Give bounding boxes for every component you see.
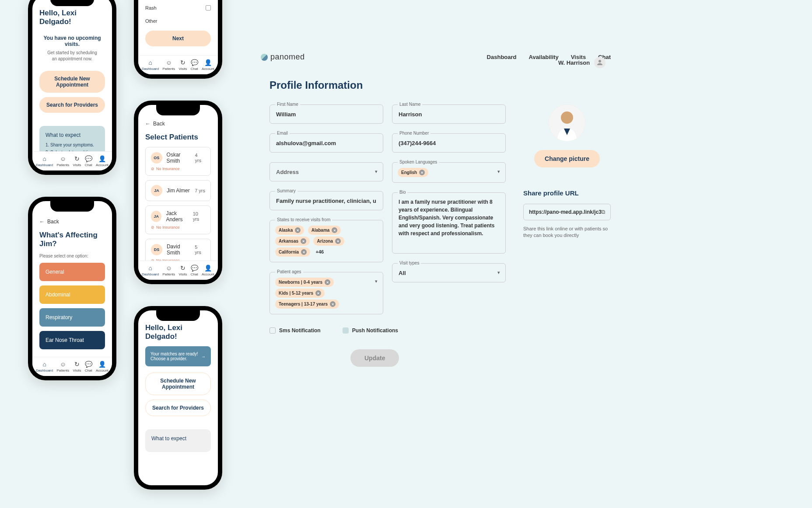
update-button[interactable]: Update [350,349,399,367]
first-name-input[interactable] [276,111,377,118]
nav-chat[interactable]: 💬Chat [191,264,198,276]
remove-tag-icon[interactable]: × [325,279,330,285]
patient-card[interactable]: JAJim Almer7 yrs [145,180,211,201]
nav-patients[interactable]: ☺Patients [56,155,69,167]
remove-tag-icon[interactable]: × [332,227,337,233]
nav-dashboard[interactable]: ⌂Dashboard [142,59,159,71]
schedule-appointment-button[interactable]: Schedule New Appointment [145,372,211,395]
greeting: Hello, Lexi Delgado! [145,324,211,341]
option-general[interactable]: General [39,263,105,281]
nav-patients[interactable]: ☺Patients [162,59,175,71]
nav-chat[interactable]: 💬Chat [85,361,92,372]
nav-chat[interactable]: 💬Chat [85,155,92,167]
change-picture-button[interactable]: Change picture [534,150,600,167]
age-tag: Teenagers | 13-17 years× [275,299,339,309]
state-tag: Arizona× [313,237,344,246]
visits-icon: ↻ [74,361,80,368]
nav-visits[interactable]: ↻Visits [179,59,187,71]
nav-visits[interactable]: ↻Visits [73,361,81,372]
nav-account[interactable]: 👤Account [96,155,108,167]
user-badge[interactable]: W. Harrison [558,57,606,68]
greeting: Hello, Lexi Delgado! [39,9,105,26]
user-name: W. Harrison [558,59,590,66]
nav-dashboard[interactable]: ⌂Dashboard [36,155,53,167]
nav-visits[interactable]: ↻Visits [73,155,81,167]
first-name-field[interactable]: First Name [270,104,383,124]
nav-dashboard[interactable]: ⌂Dashboard [36,361,53,372]
option-respiratory[interactable]: Respiratory [39,308,105,327]
state-tag: Alaska× [275,226,304,235]
patient-card[interactable]: DSDavid Smith5 yrs ⊘No Insurance [145,239,211,261]
back-button[interactable]: ←Back [145,121,211,127]
bio-text[interactable]: I am a family nurse practitioner with 8 … [399,198,499,237]
matches-ready-banner[interactable]: Your matches are ready! Choose a provide… [145,346,211,366]
phone-field[interactable]: Phone Number [392,133,506,153]
what-to-expect-box: What to expect [145,429,211,452]
address-field[interactable]: Address [270,162,383,181]
back-button[interactable]: ←Back [39,219,105,225]
state-tag: California× [275,247,310,257]
patient-card[interactable]: OSOskar Smith4 yrs ⊘No Insurance [145,147,211,176]
nav-dashboard[interactable]: Dashboard [487,54,517,60]
visit-types-field[interactable]: Visit types All [392,263,506,282]
remove-tag-icon[interactable]: × [301,238,306,244]
patients-icon: ☺ [166,264,172,271]
nav-patients[interactable]: ☺Patients [56,361,69,372]
states-field[interactable]: States to receive visits from Alaska× Al… [270,220,383,262]
option-ent[interactable]: Ear Nose Throat [39,331,105,349]
home-icon: ⌂ [148,264,152,271]
remove-tag-icon[interactable]: × [315,290,321,296]
next-button[interactable]: Next [145,31,211,46]
nav-chat[interactable]: 💬Chat [191,59,198,71]
nav-dashboard[interactable]: ⌂Dashboard [142,264,159,276]
phone-input[interactable] [399,140,499,146]
schedule-appointment-button[interactable]: Schedule New Appointment [39,71,105,93]
nav-account[interactable]: 👤Account [202,59,214,71]
summary-field[interactable]: Summary [270,191,383,210]
nav-visits[interactable]: ↻Visits [179,264,187,276]
nav-account[interactable]: 👤Account [96,361,108,372]
bottom-nav: ⌂Dashboard ☺Patients ↻Visits 💬Chat 👤Acco… [138,55,218,74]
remove-tag-icon[interactable]: × [301,249,307,255]
no-visits-text: You have no upcoming visits. [39,35,105,47]
patient-ages-field[interactable]: Patient ages Newborns | 0-4 years× Kids … [270,272,383,314]
logo[interactable]: panomed [261,52,305,62]
chat-icon: 💬 [85,155,92,162]
phone-4-patients: ←Back Select Patients OSOskar Smith4 yrs… [134,101,222,284]
remove-tag-icon[interactable]: × [419,170,425,175]
email-field[interactable]: Email [270,133,383,153]
visits-icon: ↻ [180,59,186,66]
last-name-field[interactable]: Last Name [392,104,506,124]
state-tag: Arkansas× [275,237,310,246]
patient-card[interactable]: JAJack Anders10 yrs ⊘No Insurance [145,205,211,234]
remove-tag-icon[interactable]: × [335,238,341,244]
home-icon: ⌂ [42,155,46,162]
summary-input[interactable] [276,198,377,204]
home-icon: ⌂ [148,59,152,66]
sms-notification-checkbox[interactable]: Sms Notification [270,327,321,334]
avatar: OS [151,152,162,164]
last-name-input[interactable] [399,111,499,118]
languages-field[interactable]: Spoken Languages English× [392,162,506,183]
notification-settings: Sms Notification Push Notifications [270,327,611,334]
remove-tag-icon[interactable]: × [330,301,336,307]
section-title: Select Patients [145,133,211,142]
account-icon: 👤 [204,264,212,271]
search-providers-button[interactable]: Search for Providers [145,400,211,416]
what-to-expect-box: What to expect 1. Share your symptoms. 2… [39,126,105,151]
symptom-row[interactable]: Rash [145,3,211,13]
remove-tag-icon[interactable]: × [295,227,301,233]
search-providers-button[interactable]: Search for Providers [39,97,105,113]
copy-icon[interactable]: ⧉ [601,209,605,216]
push-notification-checkbox[interactable]: Push Notifications [343,327,398,334]
bio-field[interactable]: Bio I am a family nurse practitioner wit… [392,192,506,254]
email-input[interactable] [276,140,377,146]
nav-account[interactable]: 👤Account [202,264,214,276]
checkbox-icon[interactable] [206,5,211,10]
option-abdominal[interactable]: Abdominal [39,285,105,304]
warning-icon: ⊘ [151,225,154,230]
bottom-nav: ⌂Dashboard ☺Patients ↻Visits 💬Chat 👤Acco… [32,151,112,170]
nav-patients[interactable]: ☺Patients [162,264,175,276]
user-avatar [594,57,606,68]
nav-availability[interactable]: Availability [529,54,559,60]
